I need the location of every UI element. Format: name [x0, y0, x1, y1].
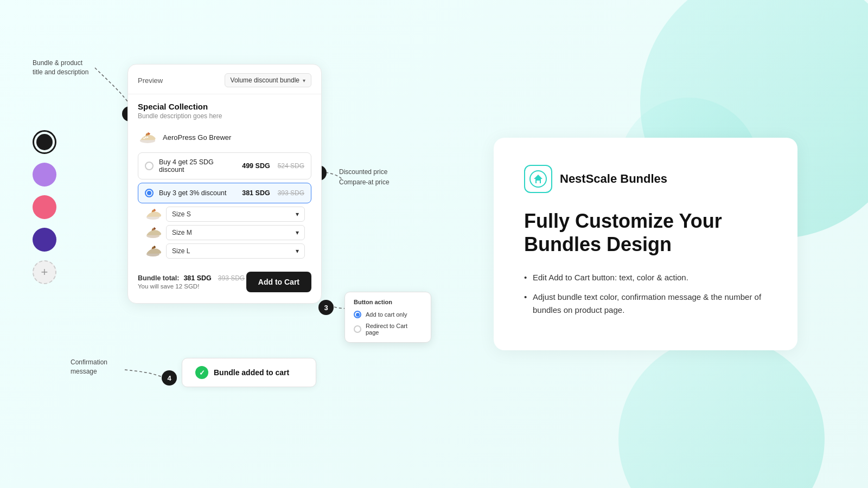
preview-card: Preview Volume discount bundle ▾ Special… — [127, 64, 322, 304]
button-action-popup: Button action Add to cart only Redirect … — [344, 292, 431, 343]
preview-header: Preview Volume discount bundle ▾ — [128, 65, 321, 94]
chevron-down-icon: ▾ — [296, 229, 299, 236]
option1-price: 499 SDG — [242, 162, 270, 170]
size-l-select[interactable]: Size L ▾ — [166, 243, 305, 259]
info-heading: Fully Customize Your Bundles Design — [524, 209, 767, 256]
color-swatches: + — [33, 130, 56, 284]
popup-option-1[interactable]: Add to cart only — [354, 311, 422, 318]
brand-logo — [524, 165, 552, 193]
annotation-bundle-title: Bundle & product title and description — [33, 59, 88, 77]
annotation-confirmation: Confirmation message — [71, 358, 107, 376]
add-to-cart-button[interactable]: Add to Cart — [246, 272, 311, 292]
size-row-s: Size S ▾ — [144, 207, 305, 222]
chevron-down-icon: ▾ — [296, 247, 299, 255]
popup-radio-1 — [354, 311, 361, 318]
product-row: AeroPress Go Brewer — [128, 125, 321, 149]
confirmation-message: ✓ Bundle added to cart — [182, 358, 316, 387]
confirmation-text: Bundle added to cart — [214, 368, 289, 377]
swatch-purple-dark[interactable] — [33, 228, 56, 252]
total-original: 393 SDG — [218, 274, 245, 282]
swatch-black[interactable] — [33, 130, 56, 154]
right-panel: NestScale Bundles Fully Customize Your B… — [423, 0, 868, 488]
popup-label-2: Redirect to Cart page — [366, 323, 422, 336]
discount-option-2[interactable]: Buy 3 get 3% discount 381 SDG 393 SDG — [138, 183, 311, 203]
brand-header: NestScale Bundles — [524, 165, 767, 193]
option2-original: 393 SDG — [278, 189, 304, 197]
info-list: Edit Add to Cart button: text, color & a… — [524, 271, 767, 317]
bundle-name: Special Collection — [138, 102, 311, 111]
option2-label: Buy 3 get 3% discount — [159, 189, 237, 197]
size-m-select[interactable]: Size M ▾ — [166, 225, 305, 240]
total-price: 381 SDG — [183, 274, 211, 282]
size-rows: Size S ▾ Size M ▾ — [128, 207, 321, 259]
product-image — [138, 130, 157, 145]
checkmark-icon: ✓ — [199, 369, 205, 377]
radio-option2 — [145, 189, 154, 197]
bundle-desc: Bundle description goes here — [138, 112, 311, 120]
left-panel: + Bundle & product title and description… — [0, 0, 423, 488]
brand-name: NestScale Bundles — [560, 172, 667, 186]
option2-price: 381 SDG — [242, 189, 270, 197]
size-l-image — [144, 245, 162, 258]
radio-option1 — [145, 162, 154, 170]
svg-point-1 — [143, 138, 145, 139]
bundle-total-row: Bundle total: 381 SDG 393 SDG You will s… — [128, 264, 321, 292]
check-circle-icon: ✓ — [195, 366, 208, 379]
popup-radio-2 — [354, 325, 361, 333]
chevron-down-icon: ▾ — [303, 78, 305, 84]
total-label: Bundle total: — [138, 274, 179, 282]
annotation-price: Discounted price Compare-at price — [339, 167, 390, 188]
size-row-m: Size M ▾ — [144, 225, 305, 240]
popup-label-1: Add to cart only — [366, 311, 407, 318]
popup-title: Button action — [354, 299, 422, 305]
size-s-select[interactable]: Size S ▾ — [166, 207, 305, 222]
step-3-circle: 3 — [318, 300, 334, 315]
step-4-circle: 4 — [162, 370, 177, 386]
swatch-pink[interactable] — [33, 195, 56, 219]
swatch-add[interactable]: + — [33, 260, 56, 284]
preview-label: Preview — [138, 76, 163, 85]
brand-logo-icon — [529, 170, 547, 188]
info-bullet-1: Edit Add to Cart button: text, color & a… — [524, 271, 767, 284]
size-s-image — [144, 208, 162, 221]
svg-point-3 — [147, 137, 149, 138]
swatch-purple-light[interactable] — [33, 163, 56, 187]
option1-label: Buy 4 get 25 SDG discount — [159, 158, 237, 174]
product-name: AeroPress Go Brewer — [163, 133, 231, 142]
popup-option-2[interactable]: Redirect to Cart page — [354, 323, 422, 336]
option1-original: 524 SDG — [278, 162, 304, 170]
chevron-down-icon: ▾ — [296, 210, 299, 218]
info-card: NestScale Bundles Fully Customize Your B… — [494, 138, 797, 350]
discount-option-1[interactable]: Buy 4 get 25 SDG discount 499 SDG 524 SD… — [138, 152, 311, 179]
info-bullet-2: Adjust bundle text color, confirmation m… — [524, 291, 767, 317]
bundle-type-select[interactable]: Volume discount bundle ▾ — [225, 73, 311, 87]
svg-point-2 — [145, 137, 147, 138]
save-text: You will save 12 SGD! — [138, 282, 245, 290]
size-row-l: Size L ▾ — [144, 243, 305, 259]
size-m-image — [144, 226, 162, 239]
bundle-info: Special Collection Bundle description go… — [128, 94, 321, 125]
